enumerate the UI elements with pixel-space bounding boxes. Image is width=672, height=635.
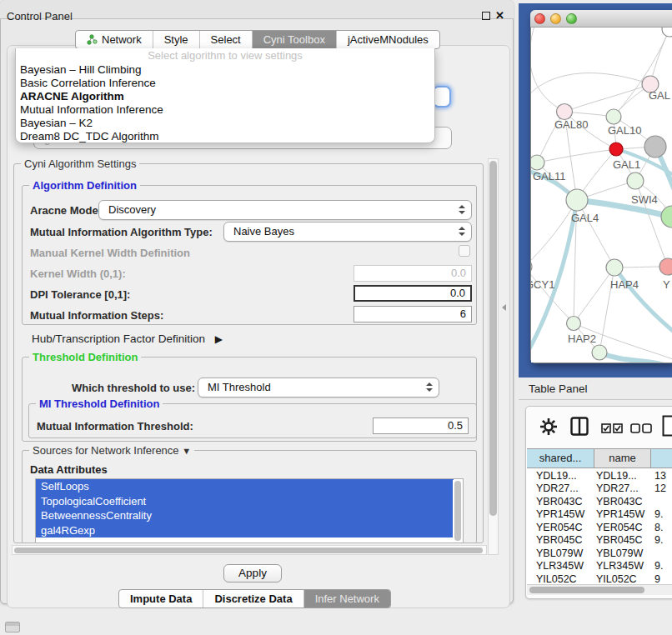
node-gal10[interactable] bbox=[606, 109, 621, 124]
settings-gear-icon[interactable] bbox=[539, 418, 558, 436]
which-threshold-combo[interactable]: MI Threshold bbox=[198, 378, 439, 398]
node-partial-top[interactable] bbox=[662, 28, 672, 37]
settings-vertical-scrollbar[interactable] bbox=[488, 158, 499, 555]
node-label: SWI4 bbox=[631, 193, 658, 206]
sources-legend-text: Sources for Network Inference bbox=[33, 444, 179, 457]
tab-jactivemnodules[interactable]: jActiveMNodules bbox=[337, 31, 439, 48]
tab-cyni-toolbox[interactable]: Cyni Toolbox bbox=[253, 31, 337, 48]
kernel-width-label: Kernel Width (0,1): bbox=[30, 268, 126, 280]
mi-threshold-field[interactable]: 0.5 bbox=[373, 418, 469, 434]
table-row[interactable]: YDR27...YDR27...12 bbox=[527, 482, 672, 496]
hub-expander[interactable]: Hub/Transcription Factor Definition ▶ bbox=[32, 332, 223, 345]
network-graph: GAL GAL80 GAL10 GAL1 GAL11 SWI4 GAL4 GCY… bbox=[531, 28, 672, 362]
column-header-name[interactable]: name bbox=[594, 449, 651, 468]
tab-impute-data[interactable]: Impute Data bbox=[119, 590, 203, 608]
attribute-item[interactable]: gal4RGexp bbox=[36, 523, 454, 538]
network-icon bbox=[87, 34, 98, 45]
screen: Control Panel ✕ Network Style Select Cyn… bbox=[0, 0, 672, 635]
mi-type-value: Naive Bayes bbox=[233, 225, 294, 238]
inference-algorithm-combo-fragment[interactable] bbox=[433, 86, 451, 108]
column-header-shared[interactable]: shared... bbox=[527, 449, 594, 468]
node-hap4[interactable] bbox=[606, 259, 623, 276]
table-row[interactable]: YBR043CYBR043C bbox=[527, 496, 672, 509]
attribute-item[interactable]: TopologicalCoefficient bbox=[36, 494, 454, 509]
algorithm-option[interactable]: Bayesian – K2 bbox=[16, 117, 434, 130]
aracne-mode-combo[interactable]: Discovery bbox=[98, 200, 472, 220]
mi-steps-field[interactable]: 6 bbox=[354, 306, 472, 322]
tab-jactivemnodules-label: jActiveMNodules bbox=[348, 33, 429, 46]
document-icon[interactable] bbox=[662, 415, 672, 437]
aracne-mode-value: Discovery bbox=[108, 203, 156, 216]
node-gcy1[interactable] bbox=[531, 259, 532, 274]
tab-network-label: Network bbox=[102, 33, 142, 46]
control-panel-title: Control Panel bbox=[7, 10, 73, 22]
node-gal11[interactable] bbox=[531, 155, 544, 170]
list-scrollbar[interactable] bbox=[453, 480, 462, 543]
splitter-arrow-icon[interactable] bbox=[502, 304, 506, 311]
kernel-width-field[interactable]: 0.0 bbox=[354, 265, 472, 282]
unchecked-boxes-icon[interactable] bbox=[630, 423, 652, 433]
node-partial-bottom[interactable] bbox=[592, 345, 607, 360]
manual-kernel-label: Manual Kernel Width Definition bbox=[30, 247, 190, 259]
dpi-tolerance-field[interactable]: 0.0 bbox=[354, 285, 472, 302]
tab-style-label: Style bbox=[164, 33, 188, 46]
algorithm-option[interactable]: Dream8 DC_TDC Algorithm bbox=[16, 130, 434, 143]
table-horizontal-scrollbar[interactable] bbox=[527, 584, 672, 595]
column-header-partial[interactable] bbox=[651, 449, 672, 468]
node-bright-green[interactable] bbox=[661, 206, 672, 228]
attribute-item[interactable]: SelfLoops bbox=[36, 479, 454, 494]
mi-type-label: Mutual Information Algorithm Type: bbox=[30, 226, 213, 238]
hub-expander-label: Hub/Transcription Factor Definition bbox=[32, 332, 205, 345]
mi-threshold-label: Mutual Information Threshold: bbox=[37, 420, 193, 432]
tab-cyni-toolbox-label: Cyni Toolbox bbox=[263, 33, 325, 46]
algorithm-option[interactable]: Basic Correlation Inference bbox=[16, 77, 434, 90]
minimize-traffic-light-icon[interactable] bbox=[550, 13, 561, 24]
mi-type-combo[interactable]: Naive Bayes bbox=[223, 222, 472, 242]
algorithm-option[interactable]: Mutual Information Inference bbox=[16, 103, 434, 117]
tab-select[interactable]: Select bbox=[200, 31, 253, 48]
split-columns-icon[interactable] bbox=[570, 417, 589, 436]
network-window-titlebar bbox=[530, 10, 672, 28]
algorithm-popup-prompt: Select algorithm to view settings bbox=[16, 48, 434, 63]
table-row[interactable]: YER054CYER054C8. bbox=[527, 522, 672, 535]
node-hap2[interactable] bbox=[567, 317, 581, 331]
tab-style[interactable]: Style bbox=[153, 31, 200, 48]
algorithm-option-selected[interactable]: ARACNE Algorithm bbox=[16, 90, 434, 103]
node-gal4[interactable] bbox=[566, 189, 588, 211]
node-label: GCY1 bbox=[531, 278, 554, 291]
float-panel-icon[interactable] bbox=[482, 12, 490, 20]
attribute-item[interactable]: BetweennessCentrality bbox=[36, 508, 454, 523]
zoom-traffic-light-icon[interactable] bbox=[566, 13, 577, 24]
table-row[interactable]: YIL052CYIL052C9 bbox=[527, 573, 672, 585]
expander-arrow-icon: ▶ bbox=[215, 333, 223, 345]
node-label: GAL bbox=[649, 89, 670, 102]
collapse-arrow-icon[interactable]: ▼ bbox=[182, 446, 191, 456]
table-row[interactable]: YPR145WYPR145W9. bbox=[527, 508, 672, 522]
stepper-arrows-icon bbox=[426, 382, 433, 392]
node-swi4[interactable] bbox=[627, 172, 644, 189]
node-gal1[interactable] bbox=[609, 142, 623, 156]
node-label: GAL11 bbox=[533, 170, 566, 182]
table-row[interactable]: YBL079WYBL079W bbox=[527, 548, 672, 561]
tab-network[interactable]: Network bbox=[76, 31, 153, 48]
tab-discretize-data[interactable]: Discretize Data bbox=[203, 590, 303, 608]
tab-select-label: Select bbox=[211, 33, 241, 46]
node-y-partial[interactable] bbox=[659, 258, 672, 275]
close-traffic-light-icon[interactable] bbox=[534, 13, 545, 24]
checked-boxes-icon[interactable] bbox=[601, 423, 623, 433]
stepper-arrows-icon bbox=[459, 227, 465, 236]
network-canvas[interactable]: GAL GAL80 GAL10 GAL1 GAL11 SWI4 GAL4 GCY… bbox=[531, 28, 672, 362]
algorithm-option[interactable]: Bayesian – Hill Climbing bbox=[16, 63, 434, 77]
table-row[interactable]: YLR345WYLR345W9. bbox=[527, 560, 672, 573]
tab-infer-network-label: Infer Network bbox=[315, 592, 379, 605]
close-icon[interactable]: ✕ bbox=[495, 9, 504, 22]
table-row[interactable]: YBR045CYBR045C9. bbox=[527, 534, 672, 548]
minimized-panel-icon[interactable] bbox=[5, 622, 20, 632]
settings-horizontal-scrollbar[interactable] bbox=[12, 545, 487, 555]
tab-infer-network[interactable]: Infer Network bbox=[304, 590, 390, 608]
manual-kernel-checkbox[interactable] bbox=[459, 245, 470, 257]
apply-button[interactable]: Apply bbox=[223, 564, 282, 582]
node-gal80[interactable] bbox=[557, 104, 573, 120]
node-gray[interactable] bbox=[644, 136, 666, 158]
table-row[interactable]: YDL19...YDL19...13 bbox=[527, 470, 672, 483]
